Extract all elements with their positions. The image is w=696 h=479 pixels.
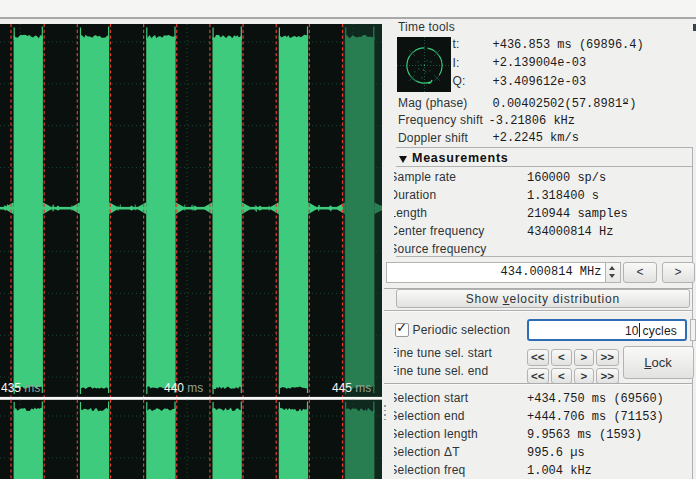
- svg-text:445 ms: 445 ms: [332, 381, 371, 395]
- svg-text:440 ms: 440 ms: [164, 381, 203, 395]
- svg-text:435 ms: 435 ms: [1, 381, 40, 395]
